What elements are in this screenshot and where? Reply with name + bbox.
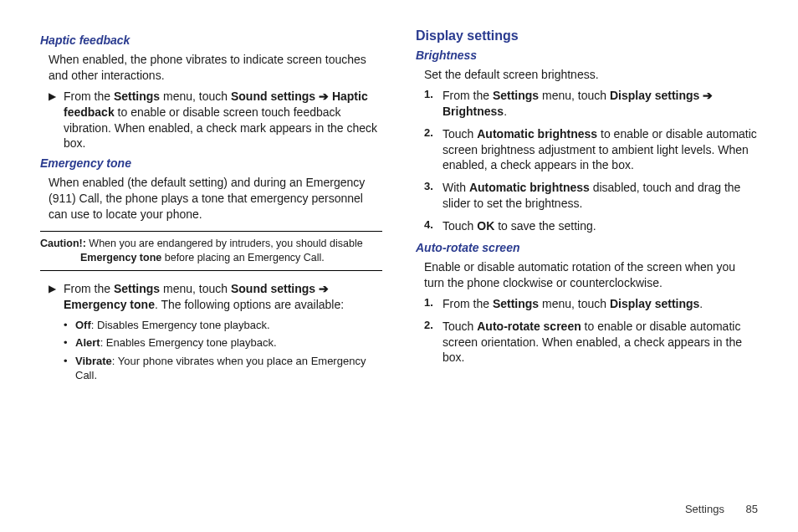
list-item: 3.With Automatic brightness disabled, to… [424, 180, 758, 212]
two-column-layout: Haptic feedback When enabled, the phone … [40, 28, 758, 386]
right-column: Display settings Brightness Set the defa… [416, 28, 758, 386]
emergency-tone-options: •Off: Disables Emergency tone playback. … [64, 318, 382, 383]
auto-rotate-step-1: From the Settings menu, touch Display se… [442, 296, 703, 312]
brightness-step-4: Touch OK to save the setting. [442, 218, 596, 234]
page-footer: Settings 85 [685, 503, 758, 515]
emergency-tone-step-text: From the Settings menu, touch Sound sett… [64, 281, 382, 313]
emergency-tone-intro: When enabled (the default setting) and d… [49, 175, 382, 223]
auto-rotate-steps: 1.From the Settings menu, touch Display … [424, 296, 758, 366]
emergency-tone-step: ▶ From the Settings menu, touch Sound se… [49, 281, 382, 313]
haptic-feedback-step-text: From the Settings menu, touch Sound sett… [64, 89, 382, 152]
haptic-feedback-heading: Haptic feedback [40, 33, 382, 47]
list-item: 2.Touch Auto-rotate screen to enable or … [424, 319, 758, 366]
brightness-steps: 1.From the Settings menu, touch Display … [424, 88, 758, 234]
list-item: 4.Touch OK to save the setting. [424, 218, 758, 234]
list-item: •Off: Disables Emergency tone playback. [64, 318, 382, 333]
display-settings-heading: Display settings [416, 28, 758, 43]
footer-section: Settings [685, 503, 724, 515]
haptic-feedback-intro: When enabled, the phone vibrates to indi… [49, 52, 382, 84]
brightness-step-3: With Automatic brightness disabled, touc… [442, 180, 758, 212]
haptic-feedback-step: ▶ From the Settings menu, touch Sound se… [49, 89, 382, 152]
emergency-option-off: Off: Disables Emergency tone playback. [75, 318, 270, 333]
emergency-tone-heading: Emergency tone [40, 156, 382, 170]
brightness-heading: Brightness [416, 49, 758, 62]
left-column: Haptic feedback When enabled, the phone … [40, 28, 382, 386]
emergency-option-alert: Alert: Enables Emergency tone playback. [75, 335, 277, 350]
list-item: 2.Touch Automatic brightness to enable o… [424, 126, 758, 174]
caution-box: Caution!: When you are endangered by int… [40, 231, 382, 271]
emergency-option-vibrate: Vibrate: Your phone vibrates when you pl… [75, 354, 382, 383]
brightness-intro: Set the default screen brightness. [424, 67, 758, 83]
list-item: 1.From the Settings menu, touch Display … [424, 88, 758, 120]
auto-rotate-heading: Auto-rotate screen [416, 241, 758, 254]
list-item: •Vibrate: Your phone vibrates when you p… [64, 354, 382, 383]
auto-rotate-intro: Enable or disable automatic rotation of … [424, 259, 758, 291]
triangle-bullet-icon: ▶ [49, 281, 64, 313]
auto-rotate-step-2: Touch Auto-rotate screen to enable or di… [442, 319, 758, 366]
brightness-step-1: From the Settings menu, touch Display se… [442, 88, 758, 120]
footer-page-number: 85 [746, 503, 758, 515]
triangle-bullet-icon: ▶ [49, 89, 64, 152]
list-item: 1.From the Settings menu, touch Display … [424, 296, 758, 312]
brightness-step-2: Touch Automatic brightness to enable or … [442, 126, 758, 174]
list-item: •Alert: Enables Emergency tone playback. [64, 335, 382, 350]
